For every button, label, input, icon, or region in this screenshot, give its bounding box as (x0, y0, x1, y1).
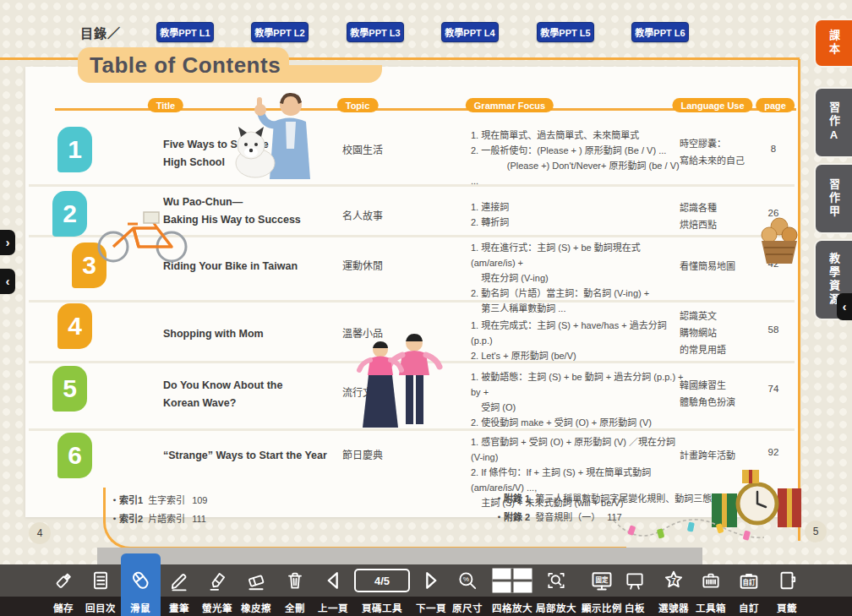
lesson-page-number: 92 (758, 447, 789, 457)
lesson-grammar: 1. 現在簡單式、過去簡單式、未來簡單式 2. 一般祈使句：(Please + … (471, 128, 687, 188)
lesson-number-badge: 2 (52, 191, 87, 237)
ppt-button-l4[interactable]: 教學PPT L4 (441, 22, 499, 42)
lesson-page-number: 8 (758, 144, 789, 154)
lesson-language-use: 認識英文 購物網站 的常見用語 (680, 308, 767, 358)
lesson-title: Shopping with Mom (163, 325, 332, 343)
side-tab-workbook-jia[interactable]: 習作甲 (814, 163, 852, 234)
lesson-title: Do You Know About the Korean Wave? (163, 377, 332, 412)
lesson-topic: 校園生活 (342, 142, 435, 156)
toolbar-page-number-tool[interactable]: 4/5 頁碼工具 (352, 564, 412, 616)
lesson-language-use: 認識各種 烘焙西點 (680, 199, 767, 233)
column-header-language: Language Use (672, 98, 752, 112)
column-header-page: page (756, 98, 795, 112)
lesson-page-number: 58 (758, 324, 789, 335)
svg-text:自訂: 自訂 (743, 578, 756, 586)
svg-text:7: 7 (671, 576, 675, 585)
index-entry-1[interactable]: ・索引1生字索引109 (110, 493, 207, 506)
ppt-button-l6[interactable]: 教學PPT L6 (631, 22, 689, 42)
lesson-title: “Strange” Ways to Start the Year (163, 447, 332, 465)
toc-banner: Table of Contents (78, 47, 289, 83)
zoom-percent-icon: % (442, 564, 493, 597)
zoom-area-icon (531, 564, 582, 597)
column-header-topic: Topic (337, 98, 379, 112)
lesson-topic: 名人故事 (342, 208, 435, 222)
toolbar-page-tabs-button[interactable]: 頁籤 (762, 564, 812, 616)
photo-man-with-dog (223, 84, 336, 179)
lesson-grammar: 1. 被動語態：主詞 (S) + be 動詞 + 過去分詞 (p.p.) + b… (471, 369, 687, 430)
right-collapse-arrow[interactable]: ‹ (837, 293, 852, 320)
lesson-language-use: 看懂簡易地圖 (680, 258, 767, 275)
lesson-number-badge: 5 (52, 366, 87, 412)
ppt-button-l2[interactable]: 教學PPT L2 (251, 22, 309, 42)
toc-lesson-row-1[interactable]: 1 Five Ways to Survive High School 校園生活 … (0, 125, 852, 184)
lesson-grammar: 1. 現在完成式：主詞 (S) + have/has + 過去分詞 (p.p.)… (471, 318, 687, 363)
lesson-number-badge: 1 (57, 127, 92, 172)
lesson-language-use: 時空膠囊： 寫給未來的自己 (680, 135, 767, 169)
page-label: 目錄／ (80, 24, 121, 41)
book-page-number-right: 5 (805, 521, 827, 542)
toolbar-previous-page-button[interactable]: 上一頁 (308, 564, 358, 616)
page-tab-icon (762, 564, 812, 597)
lesson-language-use: 韓國練習生 體驗角色扮演 (680, 377, 767, 411)
illustration-string-lights (610, 497, 767, 553)
lesson-topic: 節日慶典 (342, 447, 435, 461)
side-tab-textbook[interactable]: 課本 (814, 19, 852, 68)
lesson-page-number: 74 (758, 384, 789, 394)
appendix-entry-2[interactable]: ・附錄 2發音規則（一）117 (494, 510, 622, 523)
previous-triangle-icon (308, 564, 358, 597)
lesson-number-badge: 4 (57, 303, 92, 349)
column-header-title: Title (148, 98, 183, 112)
side-tab-workbook-a[interactable]: 習作A (814, 87, 852, 158)
four-grid-icon (487, 564, 538, 597)
ppt-button-l5[interactable]: 教學PPT L5 (537, 22, 594, 42)
lesson-grammar: 1. 連接詞 2. 轉折詞 (471, 199, 687, 230)
book-page-number-left: 4 (29, 522, 51, 544)
toolbar-original-size-button[interactable]: % 原尺寸 (442, 564, 493, 616)
toolbar-local-zoom-button[interactable]: 局部放大 (531, 564, 582, 616)
illustration-bicycle (90, 205, 194, 264)
lesson-number-badge: 6 (57, 433, 92, 478)
svg-text:固定: 固定 (596, 575, 609, 584)
column-header-grammar: Grammar Focus (466, 98, 554, 112)
left-expand-arrow[interactable]: › (0, 230, 15, 255)
index-entry-2[interactable]: ・索引2片語索引111 (110, 511, 206, 525)
photo-korean-couple (355, 331, 443, 433)
ppt-button-l1[interactable]: 教學PPT L1 (156, 22, 214, 42)
ppt-button-l3[interactable]: 教學PPT L3 (347, 22, 404, 42)
illustration-bread-basket (758, 213, 800, 267)
left-collapse-arrow[interactable]: ‹ (0, 269, 15, 294)
lesson-topic: 運動休閒 (342, 258, 435, 272)
toc-banner-title: Table of Contents (90, 52, 281, 79)
page-indicator-box: 4/5 (352, 564, 412, 597)
svg-text:%: % (463, 575, 469, 583)
page-indicator: 4/5 (354, 569, 410, 592)
toolbar-four-grid-zoom-button[interactable]: 四格放大 (487, 564, 538, 616)
lesson-language-use: 計畫跨年活動 (680, 447, 767, 464)
